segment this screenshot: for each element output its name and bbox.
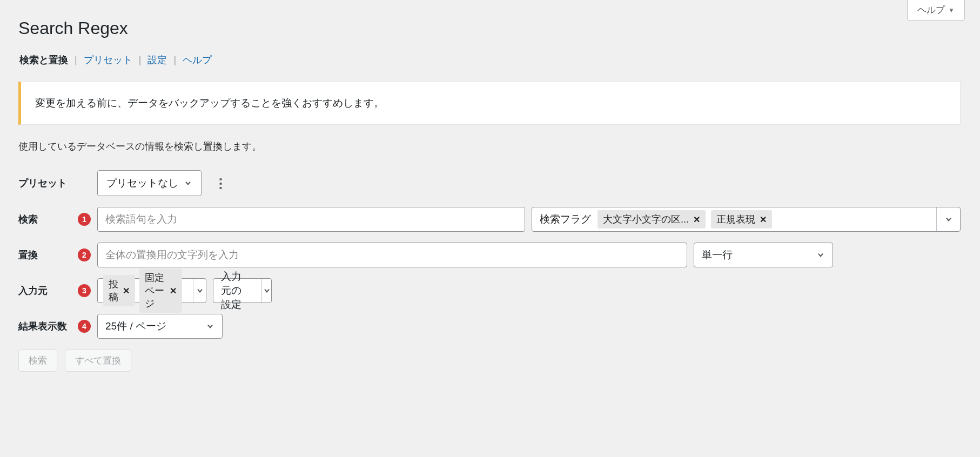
annotation-badge-4: 4 [78,320,91,333]
flag-chip-regex: 正規表現 ✕ [711,210,772,228]
source-options-select[interactable]: 入力元の設定 [213,278,272,303]
kebab-menu-icon[interactable]: ⋯ [213,177,229,190]
source-chip-pages-label: 固定ページ [145,271,165,310]
annotation-badge-3: 3 [78,284,91,297]
replace-mode-select[interactable]: 単一行 [694,243,833,267]
search-label-text: 検索 [18,213,38,226]
page-description: 使用しているデータベースの情報を検索し置換します。 [0,125,980,153]
tab-separator: | [139,55,142,66]
source-options-label: 入力元の設定 [221,270,245,312]
source-row: 入力元 3 投稿 ✕ 固定ページ ✕ 入力元の設定 [18,278,961,303]
replace-label: 置換 2 [18,248,97,261]
help-dropdown-label: ヘルプ [917,4,945,16]
results-per-page-select[interactable]: 25件 / ページ [97,314,223,339]
chevron-down-icon [816,251,825,259]
flag-chip-regex-label: 正規表現 [716,213,755,226]
source-label: 入力元 3 [18,284,97,297]
action-buttons: 検索 すべて置換 [0,339,980,372]
preset-row: プリセット プリセットなし ⋯ [18,170,961,196]
source-tags-box[interactable]: 投稿 ✕ 固定ページ ✕ [97,278,206,303]
chevron-down-icon: ▼ [948,6,955,14]
chevron-down-icon [184,179,192,187]
search-input[interactable] [97,207,525,232]
flag-chip-case-label: 大文字小文字の区... [603,213,689,226]
replace-input[interactable] [97,243,687,267]
preset-select[interactable]: プリセットなし [97,170,202,196]
close-icon[interactable]: ✕ [123,286,130,296]
preset-select-value: プリセットなし [106,176,178,190]
results-per-page-value: 25件 / ページ [105,319,166,333]
backup-notice: 変更を加える前に、データをバックアップすることを強くおすすめします。 [18,82,961,125]
source-label-text: 入力元 [18,284,48,297]
replace-row: 置換 2 単一行 [18,243,961,267]
replace-all-button[interactable]: すべて置換 [65,350,131,372]
search-row: 検索 1 検索フラグ 大文字小文字の区... ✕ 正規表現 ✕ [18,207,961,232]
close-icon[interactable]: ✕ [760,214,767,225]
tab-search-replace[interactable]: 検索と置換 [19,53,68,66]
annotation-badge-2: 2 [78,248,91,261]
page-title: Search Regex [0,0,980,38]
source-chip-posts: 投稿 ✕ [103,275,135,306]
help-dropdown-button[interactable]: ヘルプ ▼ [907,0,965,21]
replace-mode-value: 単一行 [702,248,733,262]
preset-label-text: プリセット [18,177,67,190]
results-label-text: 結果表示数 [18,320,67,333]
chevron-down-icon [263,286,271,295]
chevron-down-icon [196,286,204,295]
search-form: プリセット プリセットなし ⋯ 検索 1 検索フラグ 大文字小文字の区... ✕… [0,153,980,339]
chevron-down-icon [206,322,214,331]
flag-chip-case: 大文字小文字の区... ✕ [598,210,706,228]
source-dropdown-trigger[interactable] [193,279,206,303]
tab-separator: | [173,55,176,66]
results-row: 結果表示数 4 25件 / ページ [18,314,961,339]
tab-settings[interactable]: 設定 [147,53,167,66]
replace-label-text: 置換 [18,248,38,261]
source-chip-pages: 固定ページ ✕ [139,268,182,313]
close-icon[interactable]: ✕ [170,286,177,296]
results-label: 結果表示数 4 [18,320,97,333]
source-chip-posts-label: 投稿 [109,278,118,304]
search-flags-label: 検索フラグ [540,212,591,226]
preset-label: プリセット [18,177,97,190]
search-label: 検索 1 [18,213,97,226]
tab-separator: | [75,55,77,66]
annotation-badge-1: 1 [78,213,91,226]
search-button[interactable]: 検索 [18,350,57,372]
chevron-down-icon [944,215,953,224]
close-icon[interactable]: ✕ [693,214,700,225]
tab-help[interactable]: ヘルプ [183,53,212,66]
flags-dropdown-trigger[interactable] [936,207,960,231]
tab-bar: 検索と置換 | プリセット | 設定 | ヘルプ [0,38,980,66]
search-flags-box[interactable]: 検索フラグ 大文字小文字の区... ✕ 正規表現 ✕ [532,207,961,232]
tab-presets[interactable]: プリセット [84,53,132,66]
